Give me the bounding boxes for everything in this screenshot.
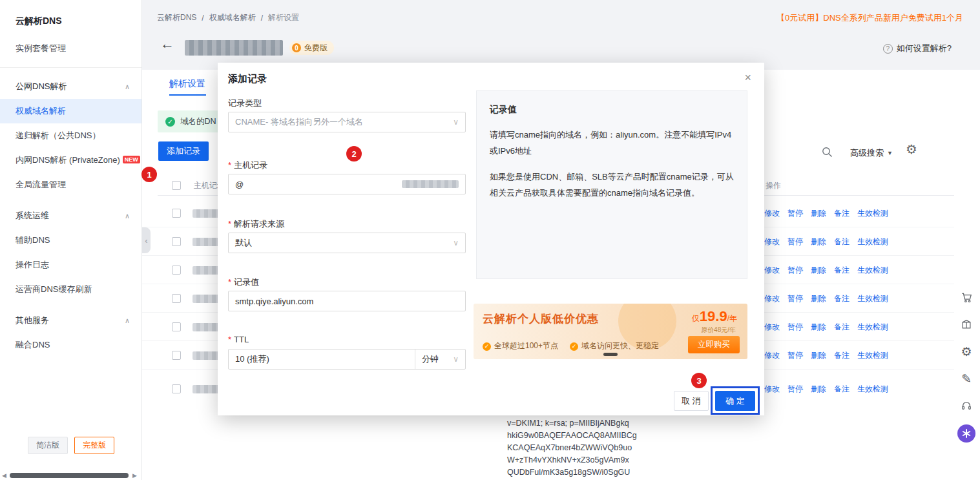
- sidebar-group-public-dns[interactable]: 公网DNS解析 ∧: [0, 74, 141, 99]
- resolve-line-select[interactable]: 默认 ∨: [228, 233, 466, 253]
- effect-check-link[interactable]: 生效检测: [857, 293, 888, 304]
- chevron-down-icon: ∨: [453, 118, 459, 127]
- remark-link[interactable]: 备注: [834, 350, 850, 361]
- sidebar-item-secondary-dns[interactable]: 辅助DNS: [0, 228, 141, 253]
- pause-link[interactable]: 暂停: [787, 265, 803, 276]
- row-checkbox[interactable]: [172, 322, 181, 331]
- sidebar-item-isp-cache-refresh[interactable]: 运营商DNS缓存刷新: [0, 277, 141, 302]
- host-record-input[interactable]: @: [228, 174, 466, 194]
- modify-link[interactable]: 修改: [764, 350, 780, 361]
- pause-link[interactable]: 暂停: [787, 350, 803, 361]
- breadcrumb: 云解析DNS / 权威域名解析 / 解析设置: [157, 12, 299, 23]
- effect-check-link[interactable]: 生效检测: [857, 208, 888, 219]
- cancel-button[interactable]: 取 消: [674, 391, 709, 411]
- advanced-search-toggle[interactable]: 高级搜索 ▼: [850, 147, 893, 159]
- banner-features: ✓全球超过100+节点 ✓域名访问更快、更稳定: [483, 340, 659, 351]
- remark-link[interactable]: 备注: [834, 322, 850, 333]
- delete-link[interactable]: 删除: [811, 265, 826, 276]
- ttl-input[interactable]: 10 (推荐): [229, 353, 415, 365]
- step-badge-3: 3: [691, 373, 707, 388]
- delete-link[interactable]: 删除: [811, 384, 826, 395]
- sidebar-group-other-services[interactable]: 其他服务 ∧: [0, 308, 141, 333]
- delete-link[interactable]: 删除: [811, 293, 826, 304]
- sidebar-item-authoritative-dns[interactable]: 权威域名解析: [0, 99, 141, 123]
- table-settings-gear-icon[interactable]: ⚙: [906, 143, 917, 156]
- simple-version-button[interactable]: 简洁版: [28, 437, 68, 454]
- domain-name-redacted: [185, 40, 283, 56]
- modify-link[interactable]: 修改: [764, 265, 780, 276]
- row-checkbox[interactable]: [172, 294, 181, 303]
- scrollbar-thumb[interactable]: [10, 473, 129, 478]
- tab-resolve-settings[interactable]: 解析设置: [169, 78, 205, 90]
- confirm-button[interactable]: 确 定: [715, 391, 755, 411]
- scroll-left-icon[interactable]: ◀: [2, 472, 6, 479]
- row-checkbox[interactable]: [172, 266, 181, 275]
- ttl-unit-select[interactable]: 分钟 ∨: [415, 350, 465, 369]
- modify-link[interactable]: 修改: [764, 208, 780, 219]
- gear-icon[interactable]: ⚙: [958, 343, 975, 360]
- effect-check-link[interactable]: 生效检测: [857, 350, 888, 361]
- delete-link[interactable]: 删除: [811, 322, 826, 333]
- pause-link[interactable]: 暂停: [787, 236, 803, 247]
- remark-link[interactable]: 备注: [834, 236, 850, 247]
- pause-link[interactable]: 暂停: [787, 208, 803, 219]
- search-icon[interactable]: [822, 147, 833, 160]
- remark-link[interactable]: 备注: [834, 208, 850, 219]
- row-checkbox[interactable]: [172, 209, 181, 218]
- modify-link[interactable]: 修改: [764, 384, 780, 395]
- sidebar-group-system-ops[interactable]: 系统运维 ∧: [0, 203, 141, 228]
- modify-link[interactable]: 修改: [764, 293, 780, 304]
- support-headset-icon[interactable]: [958, 397, 975, 414]
- scroll-right-icon[interactable]: ▶: [132, 472, 137, 479]
- add-record-button[interactable]: 添加记录: [158, 141, 209, 161]
- back-arrow-icon[interactable]: ←: [160, 37, 174, 51]
- assistant-logo-icon[interactable]: [957, 424, 975, 443]
- delete-link[interactable]: 删除: [811, 350, 826, 361]
- sidebar-collapse-handle[interactable]: ‹: [142, 227, 151, 253]
- remark-link[interactable]: 备注: [834, 293, 850, 304]
- sidebar-item-gtm[interactable]: 全局流量管理: [0, 172, 141, 197]
- effect-check-link[interactable]: 生效检测: [857, 322, 888, 333]
- record-value-input[interactable]: smtp.qiye.aliyun.com: [228, 291, 466, 311]
- package-icon[interactable]: [958, 316, 975, 333]
- delete-link[interactable]: 删除: [811, 236, 826, 247]
- effect-check-link[interactable]: 生效检测: [857, 384, 888, 395]
- sidebar-item-recursive-dns[interactable]: 递归解析（公共DNS）: [0, 123, 141, 148]
- pencil-icon[interactable]: ✎: [958, 370, 975, 387]
- sidebar-item-hybrid-dns[interactable]: 融合DNS: [0, 333, 141, 357]
- modify-link[interactable]: 修改: [764, 322, 780, 333]
- resolve-line-label: *解析请求来源: [228, 218, 284, 230]
- remark-link[interactable]: 备注: [834, 384, 850, 395]
- delete-link[interactable]: 删除: [811, 208, 826, 219]
- row-checkbox[interactable]: [172, 384, 181, 393]
- row-actions: 修改暂停删除备注生效检测: [764, 384, 888, 395]
- close-icon[interactable]: ×: [744, 72, 751, 83]
- ttl-label: *TTL: [228, 335, 249, 344]
- remark-link[interactable]: 备注: [834, 265, 850, 276]
- sidebar-item-operation-logs[interactable]: 操作日志: [0, 253, 141, 277]
- buy-now-button[interactable]: 立即购买: [688, 336, 740, 353]
- effect-check-link[interactable]: 生效检测: [857, 236, 888, 247]
- add-record-modal: 添加记录 × 记录类型 CNAME- 将域名指向另外一个域名 ∨ *主机记录 @…: [218, 63, 764, 415]
- cart-icon[interactable]: [958, 289, 975, 306]
- full-version-button[interactable]: 完整版: [74, 437, 114, 454]
- select-all-checkbox[interactable]: [172, 181, 181, 190]
- sidebar-version-toggle: 简洁版 完整版: [0, 437, 142, 454]
- ttl-input-group: 10 (推荐) 分钟 ∨: [228, 349, 466, 370]
- sidebar-item-instance-packages[interactable]: 实例套餐管理: [0, 36, 141, 61]
- effect-check-link[interactable]: 生效检测: [857, 265, 888, 276]
- row-checkbox[interactable]: [172, 351, 181, 360]
- pause-link[interactable]: 暂停: [787, 293, 803, 304]
- how-to-configure-link[interactable]: ? 如何设置解析?: [883, 43, 952, 54]
- breadcrumb-dns[interactable]: 云解析DNS: [157, 12, 196, 23]
- row-checkbox[interactable]: [172, 237, 181, 246]
- modify-link[interactable]: 修改: [764, 236, 780, 247]
- row-actions: 修改暂停删除备注生效检测: [764, 236, 888, 247]
- pause-link[interactable]: 暂停: [787, 322, 803, 333]
- chevron-down-icon: ∨: [453, 238, 459, 247]
- sidebar-item-private-zone[interactable]: 内网DNS解析 (PrivateZone)NEW: [0, 148, 141, 172]
- breadcrumb-authoritative[interactable]: 权威域名解析: [209, 12, 256, 23]
- pause-link[interactable]: 暂停: [787, 384, 803, 395]
- free-trial-promo-link[interactable]: 【0元试用】DNS全系列产品新用户免费试用1个月: [777, 12, 963, 24]
- record-type-select[interactable]: CNAME- 将域名指向另外一个域名 ∨: [228, 112, 466, 132]
